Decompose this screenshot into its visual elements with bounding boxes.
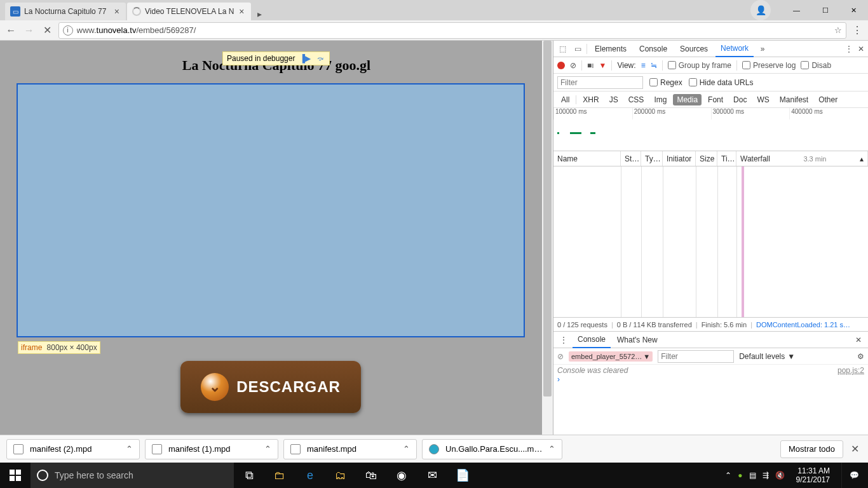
mail-icon[interactable]: ✉ [417,463,447,488]
drawer-close-icon[interactable]: ✕ [851,336,865,344]
type-manifest[interactable]: Manifest [776,94,812,105]
browser-tab-1[interactable]: ▭ La Nocturna Capitulo 77 × [5,3,126,20]
tab-network[interactable]: Network [715,41,754,57]
type-img[interactable]: Img [650,94,670,105]
browser-tab-2[interactable]: Video TELENOVELA La N × [127,3,251,20]
record-button[interactable] [557,62,565,69]
chevron-up-icon[interactable]: ⌃ [548,444,555,454]
address-bar[interactable]: i www.tunovela.tv/embed/569287/ ☆ [58,22,846,39]
type-css[interactable]: CSS [625,94,648,105]
inspect-icon[interactable]: ⬚ [556,44,569,53]
download-item[interactable]: manifest (2).mpd⌃ [6,439,140,459]
network-icon[interactable]: ▤ [749,471,756,480]
hide-data-urls-checkbox[interactable]: Hide data URLs [689,78,754,87]
type-js[interactable]: JS [606,94,622,105]
start-button[interactable] [0,463,31,488]
type-ws[interactable]: WS [753,94,773,105]
type-xhr[interactable]: XHR [579,94,602,105]
highlighted-iframe[interactable] [17,83,525,337]
col-type[interactable]: Ty… [641,151,663,166]
folder-icon[interactable]: 🗂 [325,463,356,488]
regex-checkbox[interactable]: Regex [649,78,682,87]
file-explorer-icon[interactable]: 🗀 [264,463,295,488]
context-selector[interactable]: embed_player_5572… ▼ [569,351,653,362]
type-doc[interactable]: Doc [729,94,750,105]
minimize-button[interactable]: — [782,0,811,20]
back-button[interactable]: ← [4,22,18,39]
devtools-close-icon[interactable]: ✕ [858,44,864,53]
resume-icon[interactable]: ▐▶ [300,53,310,64]
task-view-icon[interactable]: ⧉ [234,463,264,488]
action-center-icon[interactable]: 💬 [841,463,867,488]
network-table-body[interactable] [553,166,868,318]
site-info-icon[interactable]: i [63,25,73,36]
tray-expand-icon[interactable]: ⌃ [725,471,731,480]
preserve-log-checkbox[interactable]: Preserve log [742,61,796,70]
user-avatar-icon[interactable]: 👤 [750,0,771,20]
type-media[interactable]: Media [673,94,702,105]
device-toggle-icon[interactable]: ▭ [571,44,584,53]
close-window-button[interactable]: ✕ [839,0,868,20]
taskbar-search[interactable]: Type here to search [31,463,234,488]
maximize-button[interactable]: ☐ [811,0,839,20]
scrollbar-thumb[interactable] [543,41,552,396]
disable-cache-checkbox[interactable]: Disab [801,61,831,70]
more-tabs-icon[interactable]: » [756,44,769,53]
col-waterfall[interactable]: Waterfall3.3 min▴ [736,151,868,166]
drawer-tab-console[interactable]: Console [573,332,611,348]
download-item[interactable]: manifest (1).mpd⌃ [145,439,278,459]
close-downloads-bar-icon[interactable]: ✕ [848,443,862,455]
taskbar-clock[interactable]: 11:31 AM 9/21/2017 [791,466,835,485]
chevron-up-icon[interactable]: ⌃ [264,444,271,454]
devtools-menu-icon[interactable]: ⋮ [845,44,853,53]
drawer-tab-whatsnew[interactable]: What's New [612,332,663,348]
forward-button[interactable]: → [22,22,37,39]
col-initiator[interactable]: Initiator [663,151,696,166]
console-prompt[interactable]: › [557,375,864,384]
network-timeline[interactable]: 100000 ms 200000 ms 300000 ms 400000 ms [553,108,868,151]
volume-icon[interactable]: 🔇 [775,471,785,480]
filter-funnel-icon[interactable]: ▼ [599,61,607,70]
console-source-link[interactable]: pop.js:2 [837,366,864,375]
download-item[interactable]: Un.Gallo.Para.Escu....m…⌃ [422,439,562,459]
new-tab-button[interactable]: ▸ [252,8,268,20]
col-time[interactable]: Ti… [717,151,736,166]
show-all-downloads-button[interactable]: Mostrar todo [780,440,843,458]
log-levels-selector[interactable]: Default levels ▼ [739,352,795,361]
chrome-icon[interactable]: ◉ [386,463,417,488]
close-icon[interactable]: × [238,6,245,17]
bookmark-star-icon[interactable]: ☆ [834,25,842,35]
camera-icon[interactable]: ■ı [587,61,594,70]
group-by-frame-checkbox[interactable]: Group by frame [668,61,731,70]
console-filter-input[interactable] [658,350,734,363]
edge-icon[interactable]: e [295,463,325,488]
tray-app-icon[interactable]: ● [738,471,742,480]
wifi-icon[interactable]: ⇶ [763,471,769,480]
clear-icon[interactable]: ⊘ [570,61,576,70]
page-scrollbar[interactable] [542,41,553,488]
close-icon[interactable]: × [113,6,121,17]
col-status[interactable]: St… [621,151,641,166]
descargar-button[interactable]: ⌄ DESCARGAR [180,361,361,413]
download-item[interactable]: manifest.mpd⌃ [283,439,417,459]
network-filter-input[interactable] [557,76,643,89]
large-rows-icon[interactable]: ≡ [641,61,646,70]
chevron-up-icon[interactable]: ⌃ [126,444,133,454]
tab-elements[interactable]: Elements [590,41,632,57]
notepad-icon[interactable]: 📄 [447,463,478,488]
chevron-up-icon[interactable]: ⌃ [403,444,410,454]
store-icon[interactable]: 🛍 [356,463,386,488]
col-size[interactable]: Size [696,151,717,166]
clear-console-icon[interactable]: ⊘ [557,352,564,361]
stop-button[interactable]: ✕ [40,22,55,39]
drawer-menu-icon[interactable]: ⋮ [556,336,571,344]
tab-sources[interactable]: Sources [675,41,713,57]
col-name[interactable]: Name [553,151,621,166]
step-over-icon[interactable]: ⤼ [315,53,325,64]
browser-menu-button[interactable]: ⋮ [850,22,865,39]
type-other[interactable]: Other [815,94,841,105]
overview-icon[interactable]: ≒ [651,61,657,70]
type-all[interactable]: All [557,94,573,105]
console-settings-icon[interactable]: ⚙ [857,352,864,361]
type-font[interactable]: Font [704,94,727,105]
